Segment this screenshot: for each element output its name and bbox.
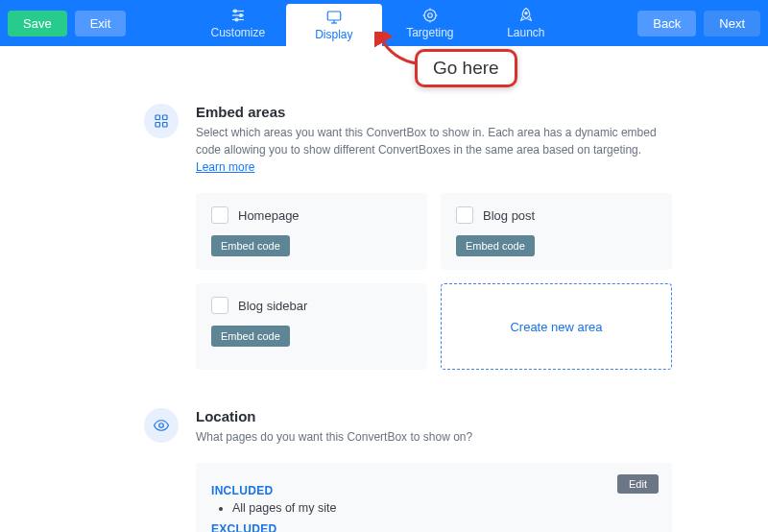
area-checkbox[interactable] [211, 206, 228, 224]
embed-code-button[interactable]: Embed code [211, 235, 290, 256]
step-display[interactable]: Display [286, 4, 382, 46]
eye-icon [144, 408, 179, 443]
svg-point-5 [235, 18, 238, 21]
svg-rect-16 [156, 115, 160, 120]
exit-button[interactable]: Exit [75, 11, 127, 36]
area-card-blog-sidebar: Blog sidebar Embed code [196, 283, 427, 370]
embed-code-button[interactable]: Embed code [456, 235, 535, 256]
area-label: Homepage [238, 208, 300, 223]
svg-rect-6 [327, 12, 341, 20]
included-header: INCLUDED [211, 484, 657, 497]
next-button[interactable]: Next [704, 11, 760, 36]
location-box: Edit INCLUDED All pages of my site EXCLU… [196, 463, 672, 532]
step-launch[interactable]: Launch [478, 0, 574, 46]
area-label: Blog post [483, 208, 535, 223]
monitor-icon [325, 9, 343, 26]
sliders-icon [229, 7, 247, 24]
step-label: Customize [210, 26, 265, 39]
svg-point-4 [239, 14, 242, 17]
embed-code-button[interactable]: Embed code [211, 326, 290, 347]
step-label: Launch [507, 26, 544, 39]
svg-point-20 [159, 423, 164, 428]
location-desc: What pages do you want this ConvertBox t… [196, 428, 672, 446]
area-checkbox[interactable] [211, 297, 228, 314]
location-title: Location [196, 408, 672, 424]
embed-areas-section: Embed areas Select which areas you want … [144, 104, 672, 370]
learn-more-link[interactable]: Learn more [196, 160, 254, 174]
area-checkbox[interactable] [456, 206, 473, 224]
svg-point-9 [424, 10, 436, 21]
svg-rect-17 [163, 115, 168, 120]
back-button[interactable]: Back [637, 11, 696, 36]
step-label: Display [315, 28, 352, 41]
location-section: Location What pages do you want this Con… [144, 408, 672, 532]
excluded-header: EXCLUDED [211, 522, 657, 532]
svg-rect-19 [163, 123, 168, 128]
target-icon [421, 7, 439, 24]
svg-point-10 [428, 13, 433, 18]
embed-areas-title: Embed areas [196, 104, 672, 120]
grid-icon [144, 104, 179, 138]
step-customize[interactable]: Customize [190, 0, 286, 46]
svg-rect-18 [156, 123, 160, 128]
area-label: Blog sidebar [238, 299, 307, 313]
rocket-icon [517, 7, 535, 24]
area-card-blog-post: Blog post Embed code [441, 193, 672, 270]
svg-point-15 [525, 12, 527, 14]
create-new-area-button[interactable]: Create new area [441, 283, 672, 370]
included-item: All pages of my site [232, 501, 657, 515]
embed-areas-desc: Select which areas you want this Convert… [196, 124, 672, 176]
svg-point-3 [233, 10, 236, 12]
annotation-callout: Go here [415, 49, 517, 87]
save-button[interactable]: Save [8, 11, 67, 36]
edit-button[interactable]: Edit [617, 474, 659, 494]
area-card-homepage: Homepage Embed code [196, 193, 427, 270]
